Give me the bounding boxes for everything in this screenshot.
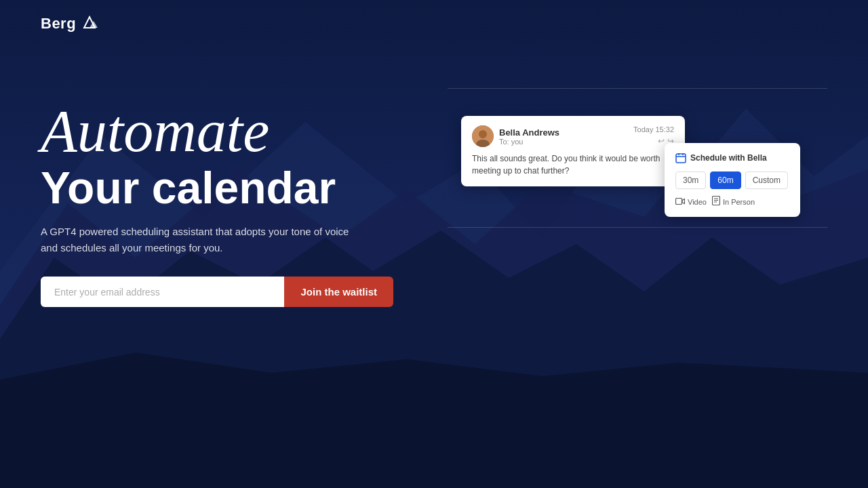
demo-container: Bella Andrews To: you Today 15:32 ↩ ↪ bbox=[448, 88, 827, 228]
sender-name: Bella Andrews bbox=[499, 127, 559, 138]
right-section: Bella Andrews To: you Today 15:32 ↩ ↪ bbox=[448, 88, 827, 228]
svg-rect-14 bbox=[676, 198, 682, 204]
email-timestamp: Today 15:32 bbox=[633, 125, 674, 134]
schedule-card: Schedule with Bella 30m 60m Custom bbox=[665, 143, 800, 217]
in-person-icon bbox=[712, 196, 720, 207]
svg-marker-4 bbox=[0, 352, 868, 488]
header: Berg bbox=[0, 0, 868, 47]
svg-point-8 bbox=[479, 130, 487, 138]
cta-form: Join the waitlist bbox=[41, 277, 393, 307]
subheadline: A GPT4 powered scheduling assistant that… bbox=[41, 224, 353, 256]
main-content: Automate Your calendar A GPT4 powered sc… bbox=[0, 47, 868, 307]
svg-rect-10 bbox=[676, 154, 686, 163]
logo[interactable]: Berg bbox=[41, 15, 827, 33]
svg-marker-6 bbox=[90, 21, 98, 28]
duration-custom[interactable]: Custom bbox=[745, 171, 788, 189]
schedule-title: Schedule with Bella bbox=[690, 153, 767, 163]
waitlist-button[interactable]: Join the waitlist bbox=[284, 277, 393, 307]
meeting-type-video[interactable]: Video bbox=[675, 196, 707, 207]
reply-icon[interactable]: ↩ bbox=[658, 136, 665, 146]
email-input[interactable] bbox=[41, 277, 284, 307]
duration-options: 30m 60m Custom bbox=[675, 171, 789, 189]
calendar-icon bbox=[675, 152, 686, 163]
video-icon bbox=[675, 197, 685, 207]
email-sender-info: Bella Andrews To: you bbox=[472, 125, 559, 147]
left-section: Automate Your calendar A GPT4 powered sc… bbox=[41, 88, 407, 307]
duration-30m[interactable]: 30m bbox=[675, 171, 706, 189]
headline-italic: Automate bbox=[41, 102, 407, 161]
avatar bbox=[472, 125, 494, 147]
email-header: Bella Andrews To: you Today 15:32 ↩ ↪ bbox=[472, 125, 674, 147]
email-body: This all sounds great. Do you think it w… bbox=[472, 152, 674, 177]
sender-details: Bella Andrews To: you bbox=[499, 127, 559, 146]
schedule-header: Schedule with Bella bbox=[675, 152, 789, 163]
meeting-type-in-person[interactable]: In Person bbox=[712, 196, 755, 207]
duration-60m[interactable]: 60m bbox=[710, 171, 741, 189]
logo-mountain-icon bbox=[80, 16, 99, 32]
sender-to: To: you bbox=[499, 138, 559, 146]
video-label: Video bbox=[688, 198, 707, 206]
meeting-type-options: Video In Person bbox=[675, 196, 789, 207]
cards-wrapper: Bella Andrews To: you Today 15:32 ↩ ↪ bbox=[461, 116, 814, 186]
in-person-label: In Person bbox=[723, 198, 755, 206]
logo-text: Berg bbox=[41, 15, 76, 33]
headline-regular: Your calendar bbox=[41, 165, 407, 210]
email-card: Bella Andrews To: you Today 15:32 ↩ ↪ bbox=[461, 116, 685, 186]
